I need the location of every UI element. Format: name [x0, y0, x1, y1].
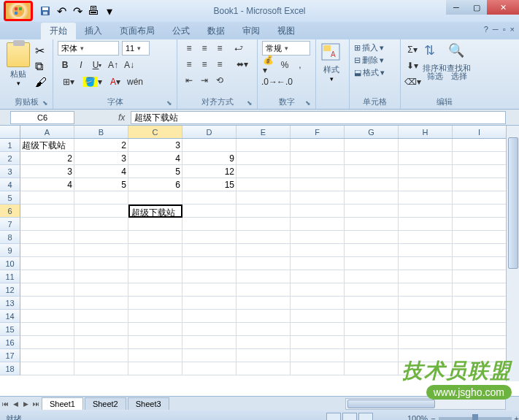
row-header-1[interactable]: 1 — [0, 139, 20, 152]
col-header-I[interactable]: I — [453, 126, 507, 138]
cell-H5[interactable] — [399, 191, 453, 205]
undo-icon[interactable]: ↶ — [55, 4, 68, 18]
font-name-combo[interactable]: 宋体▾ — [58, 41, 119, 56]
cell-A14[interactable] — [20, 310, 74, 323]
cell-F14[interactable] — [291, 310, 345, 323]
cell-F1[interactable] — [291, 139, 345, 152]
cell-H4[interactable] — [399, 178, 453, 191]
cell-D3[interactable]: 12 — [182, 165, 237, 178]
save-icon[interactable] — [39, 4, 52, 18]
tab-0[interactable]: 开始 — [41, 23, 76, 39]
fx-icon[interactable]: fx — [118, 112, 125, 123]
row-header-18[interactable]: 18 — [0, 362, 20, 375]
row-header-11[interactable]: 11 — [0, 270, 20, 283]
cell-I4[interactable] — [453, 178, 507, 191]
col-header-D[interactable]: D — [182, 126, 237, 138]
cell-I18[interactable] — [453, 362, 507, 375]
cell-E4[interactable] — [237, 178, 291, 191]
font-color-button[interactable]: A▾ — [104, 75, 126, 89]
bold-button[interactable]: B — [58, 58, 72, 72]
cell-F9[interactable] — [291, 244, 345, 257]
italic-button[interactable]: I — [74, 58, 88, 72]
row-header-10[interactable]: 10 — [0, 257, 20, 270]
cell-G4[interactable] — [345, 178, 399, 191]
align-center-button[interactable]: ≡ — [197, 57, 212, 72]
sheet-nav-first[interactable]: ⏮ — [1, 398, 9, 410]
cell-B16[interactable] — [74, 336, 128, 349]
cell-D1[interactable] — [182, 139, 237, 152]
decrease-indent-button[interactable]: ⇤ — [182, 73, 196, 88]
cell-D12[interactable] — [182, 283, 237, 297]
cell-E3[interactable] — [237, 165, 291, 178]
cell-E17[interactable] — [237, 349, 291, 362]
tab-5[interactable]: 审阅 — [234, 23, 269, 39]
row-header-3[interactable]: 3 — [0, 165, 20, 178]
decrease-decimal-button[interactable]: ←.0 — [277, 75, 292, 89]
cell-H14[interactable] — [399, 310, 453, 323]
cell-H7[interactable] — [399, 218, 453, 231]
align-top-button[interactable]: ≡ — [182, 41, 196, 56]
minimize-ribbon-icon[interactable]: ─ — [493, 25, 499, 34]
cell-F4[interactable] — [291, 178, 345, 191]
cell-B12[interactable] — [74, 283, 128, 297]
zoom-level[interactable]: 100% — [407, 414, 428, 420]
cell-A10[interactable] — [20, 257, 74, 270]
cell-B3[interactable]: 4 — [74, 165, 128, 178]
cell-F16[interactable] — [291, 336, 345, 349]
cell-I8[interactable] — [453, 231, 507, 244]
cell-C13[interactable] — [128, 297, 182, 310]
cell-C18[interactable] — [128, 362, 182, 375]
zoom-in-button[interactable]: + — [515, 414, 519, 420]
cell-E15[interactable] — [237, 323, 291, 336]
cell-E8[interactable] — [237, 231, 291, 244]
cell-A6[interactable] — [20, 205, 74, 218]
cell-C14[interactable] — [128, 310, 182, 323]
cell-B8[interactable] — [74, 231, 128, 244]
print-icon[interactable]: 🖶 — [87, 4, 100, 18]
cell-C1[interactable]: 3 — [128, 139, 182, 152]
select-all-corner[interactable] — [0, 126, 20, 138]
sheet-tab-Sheet3[interactable]: Sheet3 — [128, 397, 169, 410]
cell-styles-button[interactable]: A 样式 ▾ — [320, 41, 342, 96]
cell-F12[interactable] — [291, 283, 345, 297]
name-box[interactable]: C6 — [10, 111, 74, 124]
cell-B2[interactable]: 3 — [74, 152, 128, 165]
cell-H12[interactable] — [399, 283, 453, 297]
cell-A2[interactable]: 2 — [20, 152, 74, 165]
cell-I14[interactable] — [453, 310, 507, 323]
cell-C12[interactable] — [128, 283, 182, 297]
cell-E10[interactable] — [237, 257, 291, 270]
tab-3[interactable]: 公式 — [164, 23, 199, 39]
cell-E12[interactable] — [237, 283, 291, 297]
clipboard-launcher[interactable]: ⬊ — [42, 99, 51, 108]
cell-H3[interactable] — [399, 165, 453, 178]
horizontal-scrollbar[interactable] — [345, 398, 506, 410]
maximize-button[interactable]: ▢ — [466, 0, 487, 15]
normal-view-button[interactable] — [326, 413, 341, 420]
delete-cells-button[interactable]: ⊟ 删除 ▾ — [354, 55, 396, 66]
font-launcher[interactable]: ⬊ — [166, 99, 175, 108]
cell-G11[interactable] — [345, 270, 399, 283]
cell-E1[interactable] — [237, 139, 291, 152]
close-workbook-icon[interactable]: × — [510, 25, 515, 34]
cell-G18[interactable] — [345, 362, 399, 375]
sheet-nav-last[interactable]: ⏭ — [31, 398, 40, 410]
cell-H11[interactable] — [399, 270, 453, 283]
cell-I10[interactable] — [453, 257, 507, 270]
cell-C15[interactable] — [128, 323, 182, 336]
cell-E7[interactable] — [237, 218, 291, 231]
col-header-A[interactable]: A — [20, 126, 74, 138]
cell-A8[interactable] — [20, 231, 74, 244]
cell-D15[interactable] — [182, 323, 237, 336]
row-header-13[interactable]: 13 — [0, 297, 20, 310]
cell-I17[interactable] — [453, 349, 507, 362]
increase-decimal-button[interactable]: .0→ — [262, 75, 277, 89]
cell-A18[interactable] — [20, 362, 74, 375]
cell-E5[interactable] — [237, 191, 291, 205]
cell-B10[interactable] — [74, 257, 128, 270]
cell-F10[interactable] — [291, 257, 345, 270]
cell-E11[interactable] — [237, 270, 291, 283]
wrap-text-button[interactable]: ⮐ — [231, 41, 246, 56]
cell-I2[interactable] — [453, 152, 507, 165]
cell-A11[interactable] — [20, 270, 74, 283]
